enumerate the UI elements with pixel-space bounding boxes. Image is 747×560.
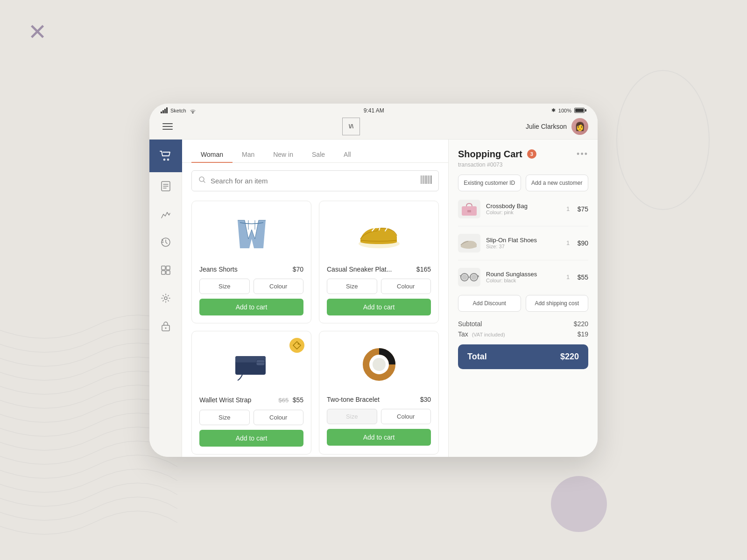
status-right: ✱ 100% <box>551 107 586 113</box>
cart-menu-button[interactable]: ••• <box>577 149 588 159</box>
receipt-icon <box>161 181 171 192</box>
app-header: \/\ Julie Clarkson 👩 <box>149 116 598 140</box>
bluetooth-icon: ✱ <box>551 107 556 113</box>
sidebar-item-lock[interactable] <box>149 312 182 340</box>
wallet-img <box>231 347 273 382</box>
jeans-shorts-img <box>231 216 273 253</box>
add-discount-button[interactable]: Add Discount <box>458 295 521 312</box>
grid-icon <box>161 265 171 275</box>
size-button-jeans-shorts[interactable]: Size <box>199 279 250 294</box>
sneaker-img <box>356 218 402 251</box>
tax-label-wrap: Tax (VAT included) <box>458 330 505 338</box>
tab-sale[interactable]: Sale <box>303 147 334 163</box>
svg-rect-13 <box>422 175 423 184</box>
product-name-wallet: Wallet Wrist Strap <box>199 396 251 404</box>
battery-pct: 100% <box>558 108 571 113</box>
svg-point-36 <box>471 274 477 280</box>
product-actions-wallet: Size Colour <box>199 410 303 425</box>
tab-man[interactable]: Man <box>233 147 264 163</box>
cart-item-img-sunglasses <box>458 268 480 287</box>
cart-item-sub-sunglasses: Colour: black <box>486 278 559 283</box>
cart-item-crossbody-bag: Crossbody Bag Colour: pink 1 $75 <box>458 200 588 218</box>
svg-rect-5 <box>166 266 170 270</box>
size-button-wallet[interactable]: Size <box>199 410 250 425</box>
svg-rect-12 <box>421 175 422 184</box>
subtotal-row: Subtotal $220 <box>458 320 588 328</box>
colour-button-wallet[interactable]: Colour <box>254 410 304 425</box>
sidebar-item-settings[interactable] <box>149 284 182 312</box>
existing-customer-button[interactable]: Existing customer ID <box>458 175 521 191</box>
product-grid: Jeans Shorts $70 Size Colour Add to cart <box>182 195 448 457</box>
signal-icon <box>161 107 168 113</box>
product-name-sneakers: Casual Sneaker Plat... <box>327 266 392 273</box>
svg-rect-17 <box>427 175 428 184</box>
sidebar-item-history[interactable] <box>149 228 182 256</box>
tab-all[interactable]: All <box>334 147 360 163</box>
svg-rect-15 <box>424 175 425 184</box>
product-name-bracelet: Two-tone Bracelet <box>327 396 380 403</box>
cart-item-img-crossbody-bag <box>458 200 480 218</box>
product-image-sneakers <box>327 209 431 260</box>
cart-title: Shopping Cart 3 <box>458 149 536 160</box>
user-profile[interactable]: Julie Clarkson 👩 <box>526 118 588 135</box>
add-to-cart-sneakers[interactable]: Add to cart <box>327 299 431 315</box>
sidebar-item-analytics[interactable] <box>149 200 182 228</box>
tax-note: (VAT included) <box>472 332 505 337</box>
product-info-wallet: Wallet Wrist Strap $65 $55 <box>199 396 303 404</box>
product-actions-bracelet: Size Colour <box>327 409 431 424</box>
product-card-bracelet: Two-tone Bracelet $30 Size Colour Add to… <box>319 331 439 455</box>
product-info-bracelet: Two-tone Bracelet $30 <box>327 396 431 403</box>
tab-woman[interactable]: Woman <box>191 147 233 163</box>
search-wrap <box>191 170 439 191</box>
svg-rect-18 <box>428 175 429 184</box>
tab-new-in[interactable]: New in <box>264 147 303 163</box>
cart-item-qty-crossbody-bag: 1 <box>564 205 572 212</box>
analytics-icon <box>161 210 171 219</box>
cart-item-qty-slip-on-shoes: 1 <box>564 239 572 246</box>
cart-panel: Shopping Cart 3 ••• transaction #0073 Ex… <box>448 140 598 457</box>
app-logo: \/\ <box>342 118 360 135</box>
colour-button-jeans-shorts[interactable]: Colour <box>254 279 304 294</box>
search-input[interactable] <box>211 177 416 185</box>
status-bar: Sketch 9:41 AM ✱ 100% <box>149 104 598 116</box>
status-time: 9:41 AM <box>364 107 384 114</box>
subtotal-value: $220 <box>574 320 588 328</box>
sidebar <box>149 140 182 457</box>
svg-rect-32 <box>467 210 471 212</box>
size-button-sneakers[interactable]: Size <box>327 279 377 294</box>
tax-label: Tax <box>458 330 468 338</box>
cart-item-name-slip-on-shoes: Slip-On Flat Shoes <box>486 237 559 244</box>
menu-button[interactable] <box>159 119 176 133</box>
colour-button-sneakers[interactable]: Colour <box>381 279 431 294</box>
product-name-jeans-shorts: Jeans Shorts <box>199 266 238 273</box>
product-price-sneakers: $165 <box>416 266 431 273</box>
total-value: $220 <box>560 352 579 362</box>
product-price-bracelet: $30 <box>420 396 431 403</box>
carrier-label: Sketch <box>170 108 186 113</box>
svg-rect-6 <box>162 271 165 274</box>
cart-item-price-slip-on-shoes: $90 <box>578 239 588 247</box>
colour-button-bracelet[interactable]: Colour <box>381 409 431 424</box>
product-info-sneakers: Casual Sneaker Plat... $165 <box>327 266 431 273</box>
cart-action-buttons: Add Discount Add shipping cost <box>458 295 588 312</box>
product-image-wallet <box>199 339 303 390</box>
add-to-cart-bracelet[interactable]: Add to cart <box>327 429 431 446</box>
add-to-cart-jeans-shorts[interactable]: Add to cart <box>199 299 303 315</box>
sidebar-item-receipts[interactable] <box>149 172 182 200</box>
cart-item-name-crossbody-bag: Crossbody Bag <box>486 203 559 210</box>
device-frame: Sketch 9:41 AM ✱ 100% <box>149 104 598 457</box>
product-card-wallet: Wallet Wrist Strap $65 $55 Size Colour A… <box>191 331 311 455</box>
wifi-icon <box>189 108 197 113</box>
crossbody-bag-icon <box>460 202 479 217</box>
add-to-cart-wallet[interactable]: Add to cart <box>199 430 303 447</box>
add-shipping-button[interactable]: Add shipping cost <box>526 295 589 312</box>
product-price-jeans-shorts: $70 <box>293 266 303 273</box>
sidebar-item-cart[interactable] <box>149 140 182 172</box>
svg-rect-4 <box>162 266 165 270</box>
cart-item-price-crossbody-bag: $75 <box>578 205 588 213</box>
category-tabs: Woman Man New in Sale All <box>182 140 448 163</box>
new-customer-button[interactable]: Add a new customer <box>526 175 589 191</box>
product-actions-sneakers: Size Colour <box>327 279 431 294</box>
product-image-bracelet <box>327 339 431 390</box>
sidebar-item-grid[interactable] <box>149 256 182 284</box>
